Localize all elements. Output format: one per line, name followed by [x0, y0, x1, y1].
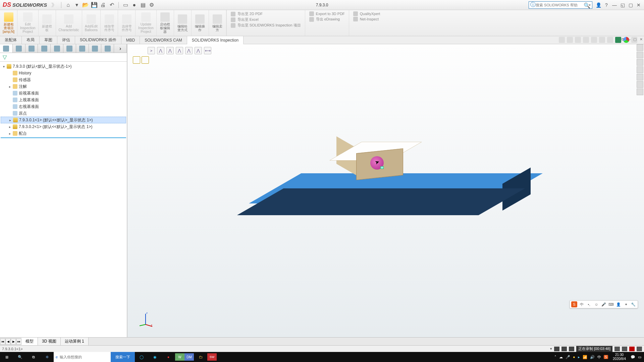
dim-tool-5[interactable]: ⋀	[185, 47, 193, 54]
settings-icon[interactable]: ⚙	[148, 2, 155, 8]
dim-tool-2[interactable]: ⋀	[157, 47, 164, 54]
taskpane-forum-icon[interactable]	[637, 88, 643, 95]
rebuild-icon[interactable]: ●	[131, 2, 138, 8]
taskpane-library-icon[interactable]	[637, 52, 643, 58]
vp-min-icon[interactable]: —	[627, 37, 631, 42]
help-search-input[interactable]	[536, 3, 584, 7]
tab-8[interactable]	[89, 44, 102, 53]
tray-network-icon[interactable]: 📶	[583, 355, 587, 359]
print-icon[interactable]: 🖨	[100, 2, 106, 8]
rec-stop-icon[interactable]	[629, 347, 635, 351]
taskbar-search[interactable]: e 输入你想搜的	[54, 352, 111, 362]
tray-notification-icon[interactable]: 💬	[631, 355, 635, 359]
tree-item-9-expander[interactable]: ▸	[8, 132, 11, 135]
vp-link-icon[interactable]: ⧉	[621, 37, 625, 42]
taskpane-appearance-icon[interactable]	[637, 74, 643, 80]
dimxpert-tab[interactable]	[38, 44, 51, 53]
feature-tree-tab[interactable]	[0, 44, 13, 53]
base-part-front-face[interactable]	[237, 188, 525, 215]
taskpane-properties-icon[interactable]	[637, 81, 643, 88]
status-icon-1[interactable]	[554, 347, 559, 351]
tray-volume-icon[interactable]: 🔊	[590, 355, 595, 359]
taskpane-explorer-icon[interactable]	[637, 59, 643, 66]
tree-item-6[interactable]: 原点	[1, 110, 126, 117]
tree-item-8[interactable]: ▸ 7.9.3.0.2<1> (默认<<默认>_显示状态 1>)	[1, 123, 126, 130]
tree-item-2[interactable]: ▸ 注解	[1, 83, 126, 90]
cmdtab-7[interactable]: SOLIDWORKS Inspection	[187, 36, 244, 44]
ime-user-icon[interactable]: 👤	[615, 301, 622, 307]
taskbar-clock[interactable]: 21:30 2020/8/4	[611, 353, 628, 361]
dim-tool-1[interactable]: ᚛	[148, 47, 155, 54]
ribbon-right-c-0[interactable]: QualityXpert	[353, 11, 380, 16]
tray-mic-icon[interactable]: 🎤	[566, 355, 570, 359]
collapse-icon[interactable]: ▾	[2, 65, 5, 68]
dim-tool-7[interactable]: ⟷	[204, 47, 211, 54]
prev-view-icon[interactable]	[575, 37, 581, 43]
ribbon-cmd-9[interactable]: 编辑绘 查方式	[174, 10, 192, 36]
close-icon[interactable]: ✕	[636, 2, 641, 8]
app-pinned-1[interactable]: ✲	[40, 352, 54, 362]
app-edge[interactable]: ◉	[148, 352, 162, 362]
rec-camera-icon[interactable]	[637, 347, 642, 351]
tree-item-8-expander[interactable]: ▸	[8, 125, 11, 129]
cmdtab-0[interactable]: 装配体	[0, 36, 22, 44]
tray-item-2[interactable]: ▸	[578, 355, 580, 359]
vp-max-icon[interactable]: ▢	[633, 37, 637, 42]
ime-skin-icon[interactable]: ✦	[623, 301, 629, 307]
toggle-2-icon[interactable]	[142, 56, 149, 64]
select-icon[interactable]: ▭	[122, 2, 129, 8]
nav-next-icon[interactable]: ▶	[11, 339, 16, 345]
toggle-1-icon[interactable]	[133, 56, 140, 64]
app-dm[interactable]: DM	[184, 353, 194, 361]
app-word[interactable]: W	[175, 353, 184, 361]
restore-icon[interactable]: ◱	[620, 2, 625, 8]
tab-9[interactable]	[101, 44, 114, 53]
app-solidworks[interactable]: SW	[207, 353, 217, 361]
feature-tree[interactable]: ▾ 7.9.3.0 (默认<默认_显示状态-1>) History 传感器▸ 注…	[0, 62, 127, 337]
tree-item-7-expander[interactable]: ▸	[8, 118, 12, 122]
cmdtab-4[interactable]: SOLIDWORKS 插件	[75, 36, 121, 44]
user-icon[interactable]: 👤	[596, 2, 601, 8]
ribbon-right-b-1[interactable]: 导出 eDrawing	[309, 17, 345, 22]
view-orient-icon[interactable]	[591, 37, 597, 43]
tree-item-3[interactable]: 前视基准面	[1, 90, 126, 97]
nav-last-icon[interactable]: ⏭	[16, 339, 21, 345]
taskbar-search-button[interactable]: 搜索一下	[111, 352, 135, 362]
status-dropdown-icon[interactable]: ▾	[550, 347, 552, 351]
ribbon-right-a-1[interactable]: 导出至 Excel	[231, 17, 301, 22]
tree-item-4[interactable]: 上视基准面	[1, 97, 126, 103]
app-record[interactable]: ●	[162, 352, 175, 362]
open-icon[interactable]: 📂	[82, 2, 89, 8]
ribbon-right-a-0[interactable]: 导出至 2D PDF	[231, 11, 301, 16]
tree-item-5[interactable]: 右视基准面	[1, 103, 126, 110]
ime-keyboard-icon[interactable]: ⌨	[608, 301, 614, 307]
rec-pause-icon[interactable]	[622, 347, 627, 351]
nav-first-icon[interactable]: ⏮	[0, 339, 5, 345]
motion-tab-1[interactable]: 3D 视图	[38, 338, 61, 345]
help-dropdown-icon[interactable]: ?	[604, 2, 609, 8]
section-view-icon[interactable]	[583, 37, 589, 43]
ribbon-cmd-8[interactable]: 启动模 板编辑 器	[157, 10, 174, 36]
property-manager-tab[interactable]	[13, 44, 25, 53]
zoom-area-icon[interactable]	[567, 37, 573, 43]
ribbon-right-c-1[interactable]: Net-Inspect	[353, 17, 380, 21]
display-tab[interactable]	[51, 44, 63, 53]
task-view-icon[interactable]: ⧉	[27, 352, 40, 362]
search-dropdown-icon[interactable]: ▾	[589, 3, 591, 7]
rec-edit-icon[interactable]	[614, 347, 620, 351]
ribbon-right-b-0[interactable]: Export to 3D PDF	[309, 11, 345, 16]
app-explorer[interactable]: 🗀	[194, 352, 207, 362]
minimize-icon[interactable]: —	[612, 2, 617, 8]
dim-tool-4[interactable]: ⋀	[176, 47, 183, 54]
home-icon[interactable]: ⌂	[65, 2, 71, 8]
ime-emoji-icon[interactable]: ☺	[593, 301, 599, 307]
tray-onedrive-icon[interactable]: ☁	[559, 355, 563, 359]
maximize-icon[interactable]: ▢	[628, 2, 633, 8]
ime-punct-icon[interactable]: •,	[586, 301, 592, 307]
ribbon-cmd-11[interactable]: 编辑卖 方	[209, 10, 226, 36]
status-icon-3[interactable]	[569, 347, 574, 351]
cmdtab-1[interactable]: 布局	[22, 36, 40, 44]
search-icon-taskbar[interactable]: 🔍	[13, 352, 27, 362]
hide-show-icon[interactable]	[607, 37, 613, 43]
options-icon[interactable]: ▤	[140, 2, 146, 8]
